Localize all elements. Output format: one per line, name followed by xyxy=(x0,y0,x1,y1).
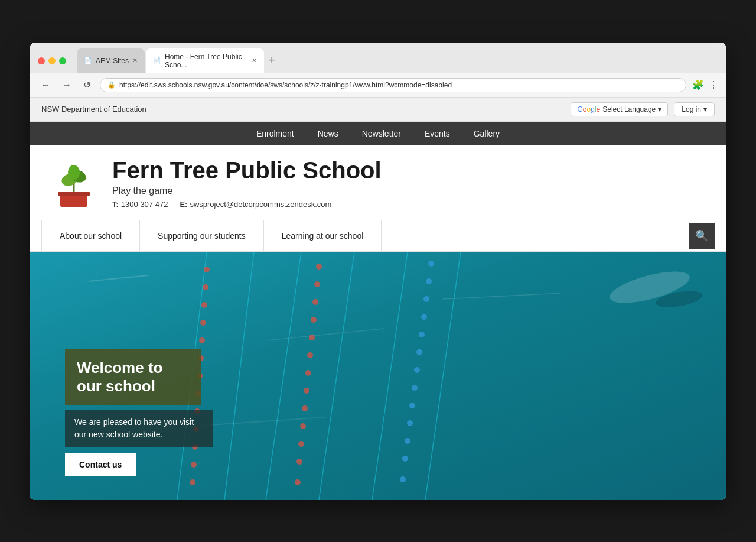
forward-button[interactable]: → xyxy=(59,79,74,92)
url-text: https://edit.sws.schools.nsw.gov.au/cont… xyxy=(119,81,452,89)
hero-title-box: Welcome to our school xyxy=(65,349,201,405)
browser-titlebar: 📄 AEM Sites ✕ 📄 Home - Fern Tree Public … xyxy=(30,43,726,73)
reload-button[interactable]: ↺ xyxy=(80,78,94,92)
email-contact: E: swsproject@detcorpcomms.zendesk.com xyxy=(180,200,331,209)
school-name: Fern Tree Public School xyxy=(112,157,709,183)
main-nav: Enrolment News Newsletter Events Gallery xyxy=(30,122,726,145)
login-button[interactable]: Log in ▾ xyxy=(674,102,715,116)
traffic-lights xyxy=(38,57,66,64)
extensions-button[interactable]: 🧩 xyxy=(692,79,704,90)
school-contact: T: 1300 307 472 E: swsproject@detcorpcom… xyxy=(112,200,709,209)
tab-aem[interactable]: 📄 AEM Sites ✕ xyxy=(77,48,145,73)
sub-nav: About our school Supporting our students… xyxy=(30,220,726,252)
menu-button[interactable]: ⋮ xyxy=(709,79,718,90)
sub-nav-links: About our school Supporting our students… xyxy=(41,220,689,251)
tab-home-close[interactable]: ✕ xyxy=(252,57,257,64)
email-label: E: xyxy=(180,200,187,209)
school-header: Fern Tree Public School Play the game T:… xyxy=(30,145,726,220)
login-chevron-icon: ▾ xyxy=(703,105,707,113)
search-icon: 🔍 xyxy=(695,229,708,242)
browser-tabs: 📄 AEM Sites ✕ 📄 Home - Fern Tree Public … xyxy=(77,48,718,73)
nav-news[interactable]: News xyxy=(306,122,350,145)
svg-point-5 xyxy=(68,165,80,180)
browser-window: 📄 AEM Sites ✕ 📄 Home - Fern Tree Public … xyxy=(30,43,726,500)
tab-home-label: Home - Fern Tree Public Scho... xyxy=(165,53,248,69)
subnav-about[interactable]: About our school xyxy=(41,220,140,251)
phone-number: 1300 307 472 xyxy=(121,200,168,209)
email-address: swsproject@detcorpcomms.zendesk.com xyxy=(190,200,331,209)
contact-us-button[interactable]: Contact us xyxy=(65,453,136,476)
gov-bar-right: Google Select Language ▾ Log in ▾ xyxy=(571,102,715,116)
phone-contact: T: 1300 307 472 xyxy=(112,200,168,209)
tab-home[interactable]: 📄 Home - Fern Tree Public Scho... ✕ xyxy=(146,48,264,73)
school-tagline: Play the game xyxy=(112,186,709,196)
school-logo xyxy=(47,157,100,210)
toolbar-actions: 🧩 ⋮ xyxy=(692,79,718,90)
page-content: NSW Department of Education Google Selec… xyxy=(30,98,726,500)
nav-events[interactable]: Events xyxy=(413,122,462,145)
tab-home-icon: 📄 xyxy=(153,57,161,64)
subnav-learning[interactable]: Learning at our school xyxy=(264,220,382,251)
minimize-window-button[interactable] xyxy=(48,57,56,64)
new-tab-button[interactable]: + xyxy=(265,48,279,73)
subnav-supporting[interactable]: Supporting our students xyxy=(140,220,264,251)
svg-rect-1 xyxy=(58,192,90,196)
browser-toolbar: ← → ↺ 🔒 https://edit.sws.schools.nsw.gov… xyxy=(30,73,726,98)
translate-chevron-icon: ▾ xyxy=(658,105,662,113)
search-button[interactable]: 🔍 xyxy=(689,223,715,249)
school-info: Fern Tree Public School Play the game T:… xyxy=(112,157,709,209)
tab-aem-label: AEM Sites xyxy=(96,57,129,65)
translate-button[interactable]: Google Select Language ▾ xyxy=(571,102,668,116)
lock-icon: 🔒 xyxy=(107,81,116,89)
tab-icon: 📄 xyxy=(84,57,92,64)
nav-gallery[interactable]: Gallery xyxy=(462,122,511,145)
translate-label: Select Language xyxy=(602,105,656,113)
tab-aem-close[interactable]: ✕ xyxy=(132,57,138,64)
address-bar[interactable]: 🔒 https://edit.sws.schools.nsw.gov.au/co… xyxy=(100,78,686,92)
back-button[interactable]: ← xyxy=(38,79,53,92)
phone-label: T: xyxy=(112,200,119,209)
hero-description: We are pleased to have you visit our new… xyxy=(74,416,203,441)
maximize-window-button[interactable] xyxy=(59,57,66,64)
gov-title: NSW Department of Education xyxy=(41,105,146,113)
hero-desc-box: We are pleased to have you visit our new… xyxy=(65,410,213,447)
login-label: Log in xyxy=(682,105,701,113)
hero-content: Welcome to our school We are pleased to … xyxy=(65,349,213,476)
close-window-button[interactable] xyxy=(38,57,45,64)
hero-title: Welcome to our school xyxy=(77,359,189,395)
nav-enrolment[interactable]: Enrolment xyxy=(245,122,306,145)
nav-newsletter[interactable]: Newsletter xyxy=(350,122,413,145)
hero-section: Welcome to our school We are pleased to … xyxy=(30,252,726,500)
gov-bar: NSW Department of Education Google Selec… xyxy=(30,98,726,122)
google-g-icon: Google xyxy=(577,105,600,113)
